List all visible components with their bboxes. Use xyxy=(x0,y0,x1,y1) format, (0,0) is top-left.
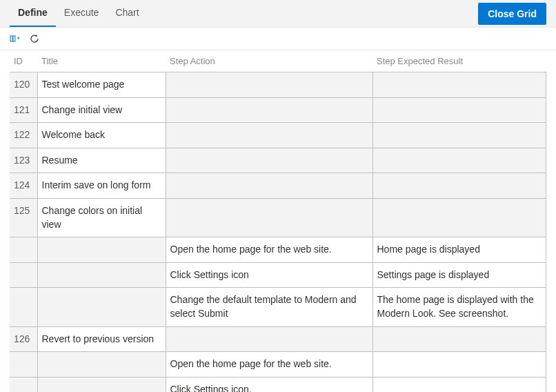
grid-container: ID Title Step Action Step Expected Resul… xyxy=(0,50,556,392)
table-row[interactable]: 126Revert to previous version xyxy=(10,326,546,352)
cell-title[interactable] xyxy=(37,377,166,392)
cell-id[interactable] xyxy=(10,377,37,392)
cell-step-action[interactable]: Open the home page for the web site. xyxy=(166,237,373,263)
cell-id[interactable] xyxy=(10,352,37,378)
cell-id[interactable] xyxy=(10,237,37,263)
cell-title[interactable] xyxy=(37,262,166,288)
column-options-icon[interactable] xyxy=(10,33,21,44)
table-row[interactable]: 124Interim save on long form xyxy=(10,173,546,199)
tab-execute[interactable]: Execute xyxy=(56,0,108,27)
cell-step-expected[interactable]: Settings page is displayed xyxy=(373,262,546,288)
cell-step-expected[interactable] xyxy=(373,97,546,123)
header-bar: Define Execute Chart Close Grid xyxy=(0,0,556,28)
cell-id[interactable] xyxy=(10,288,37,326)
table-row[interactable]: 120Test welcome page xyxy=(10,72,546,98)
cell-step-action[interactable]: Change the default template to Modern an… xyxy=(166,288,373,326)
cell-step-expected[interactable] xyxy=(373,123,546,148)
cell-id[interactable] xyxy=(10,262,37,288)
table-row[interactable]: Open the home page for the web site.Home… xyxy=(10,237,546,263)
toolbar xyxy=(0,28,556,50)
cell-step-expected[interactable] xyxy=(373,148,546,173)
cell-id[interactable]: 120 xyxy=(10,72,37,98)
cell-step-expected[interactable]: Home page is displayed xyxy=(373,237,546,263)
cell-id[interactable]: 123 xyxy=(10,148,37,173)
table-row[interactable]: 123Resume xyxy=(10,148,546,173)
cell-title[interactable]: Welcome back xyxy=(37,123,166,148)
cell-step-action[interactable] xyxy=(166,148,373,173)
table-row[interactable]: Open the home page for the web site. xyxy=(10,352,546,378)
cell-step-expected[interactable] xyxy=(373,173,546,199)
table-row[interactable]: Change the default template to Modern an… xyxy=(10,288,546,326)
cell-step-action[interactable] xyxy=(166,72,373,98)
cell-step-action[interactable] xyxy=(166,97,373,123)
col-header-action[interactable]: Step Action xyxy=(166,50,373,72)
test-grid: ID Title Step Action Step Expected Resul… xyxy=(10,50,546,392)
cell-step-expected[interactable] xyxy=(373,352,546,378)
cell-step-expected[interactable] xyxy=(373,377,546,392)
cell-title[interactable]: Interim save on long form xyxy=(37,173,166,199)
header-row: ID Title Step Action Step Expected Resul… xyxy=(10,50,546,72)
cell-step-expected[interactable] xyxy=(373,198,546,237)
svg-rect-1 xyxy=(13,36,15,41)
cell-step-expected[interactable] xyxy=(373,72,546,98)
close-grid-button[interactable]: Close Grid xyxy=(478,3,546,25)
cell-step-action[interactable]: Click Settings icon. xyxy=(166,377,373,392)
cell-title[interactable] xyxy=(37,352,166,378)
cell-step-action[interactable] xyxy=(166,326,373,352)
cell-title[interactable]: Change colors on initial view xyxy=(37,198,166,237)
cell-id[interactable]: 121 xyxy=(10,97,37,123)
cell-title[interactable] xyxy=(37,288,166,326)
col-header-title[interactable]: Title xyxy=(37,50,166,72)
tab-chart[interactable]: Chart xyxy=(107,0,147,27)
cell-title[interactable]: Test welcome page xyxy=(37,72,166,98)
tab-define[interactable]: Define xyxy=(10,0,56,27)
cell-step-action[interactable] xyxy=(166,123,373,148)
col-header-expected[interactable]: Step Expected Result xyxy=(373,50,546,72)
cell-step-expected[interactable] xyxy=(373,326,546,352)
table-row[interactable]: 122Welcome back xyxy=(10,123,546,148)
cell-id[interactable]: 125 xyxy=(10,198,37,237)
cell-id[interactable]: 122 xyxy=(10,123,37,148)
cell-id[interactable]: 124 xyxy=(10,173,37,199)
cell-step-action[interactable] xyxy=(166,198,373,237)
svg-rect-0 xyxy=(10,36,12,41)
cell-step-action[interactable]: Click Settings icon xyxy=(166,262,373,288)
table-row[interactable]: 125Change colors on initial view xyxy=(10,198,546,237)
cell-step-action[interactable]: Open the home page for the web site. xyxy=(166,352,373,378)
col-header-id[interactable]: ID xyxy=(10,50,37,72)
tabs: Define Execute Chart xyxy=(10,0,148,27)
cell-id[interactable]: 126 xyxy=(10,326,37,352)
cell-step-expected[interactable]: The home page is displayed with the Mode… xyxy=(373,288,546,326)
cell-title[interactable]: Revert to previous version xyxy=(37,326,166,352)
table-row[interactable]: Click Settings iconSettings page is disp… xyxy=(10,262,546,288)
table-row[interactable]: Click Settings icon. xyxy=(10,377,546,392)
cell-title[interactable]: Resume xyxy=(37,148,166,173)
table-row[interactable]: 121Change initial view xyxy=(10,97,546,123)
refresh-icon[interactable] xyxy=(29,33,40,44)
cell-step-action[interactable] xyxy=(166,173,373,199)
cell-title[interactable] xyxy=(37,237,166,263)
cell-title[interactable]: Change initial view xyxy=(37,97,166,123)
